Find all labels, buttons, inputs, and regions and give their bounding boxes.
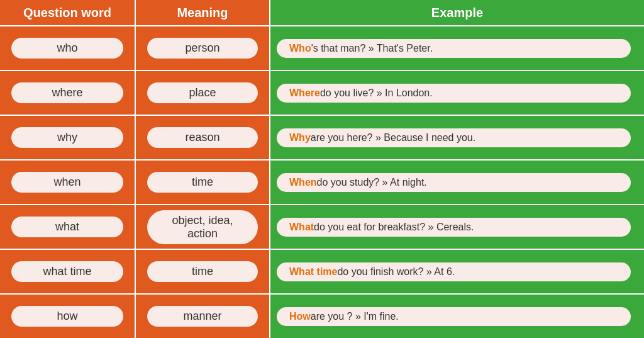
question-row: what time	[0, 250, 135, 295]
example-highlight: Why	[289, 132, 311, 144]
question-word-header: Question word	[0, 0, 135, 26]
question-row: why	[0, 116, 135, 161]
example-row: Who's that man? » That's Peter.	[270, 26, 644, 71]
question-word-header-label: Question word	[23, 6, 111, 20]
main-table: Question word whowherewhywhenwhatwhat ti…	[0, 0, 644, 338]
meaning-pill: reason	[147, 127, 258, 148]
meaning-row: place	[136, 71, 269, 116]
question-pill: who	[11, 38, 123, 59]
question-pill: how	[11, 306, 123, 327]
example-highlight: What time	[289, 266, 337, 278]
question-row: where	[0, 71, 135, 116]
example-row: What time do you finish work? » At 6.	[270, 250, 644, 295]
meaning-row: object, idea, action	[136, 205, 269, 250]
meaning-header: Meaning	[136, 0, 269, 26]
meaning-row: person	[136, 26, 269, 71]
meaning-row: time	[136, 250, 269, 295]
example-rows: Who's that man? » That's Peter.Where do …	[270, 26, 644, 338]
question-row: what	[0, 205, 135, 250]
example-row: Where do you live? » In London.	[270, 71, 644, 116]
example-text: do you live? » In London.	[320, 87, 433, 99]
question-row: who	[0, 26, 135, 71]
meaning-pill: object, idea, action	[147, 210, 258, 244]
meaning-row: manner	[136, 295, 269, 338]
question-word-column: Question word whowherewhywhenwhatwhat ti…	[0, 0, 135, 338]
meaning-pill: manner	[147, 306, 258, 327]
meaning-header-label: Meaning	[177, 6, 228, 20]
meaning-rows: personplacereasontimeobject, idea, actio…	[136, 26, 269, 338]
example-header-label: Example	[431, 6, 483, 20]
example-pill: Why are you here? » Because I need you.	[277, 128, 631, 147]
example-highlight: Where	[289, 87, 320, 99]
question-row: how	[0, 295, 135, 338]
meaning-pill: place	[147, 82, 258, 103]
example-text: do you eat for breakfast? » Cereals.	[314, 222, 474, 233]
example-row: How are you ? » I'm fine.	[270, 295, 644, 338]
question-row: when	[0, 161, 135, 205]
example-highlight: What	[289, 222, 314, 233]
example-text: are you ? » I'm fine.	[311, 311, 399, 322]
meaning-row: reason	[136, 116, 269, 161]
example-text: 's that man? » That's Peter.	[311, 43, 433, 54]
meaning-column: Meaning personplacereasontimeobject, ide…	[135, 0, 269, 338]
meaning-pill: time	[147, 172, 258, 193]
example-pill: What time do you finish work? » At 6.	[277, 262, 631, 281]
question-pill: when	[11, 172, 123, 193]
example-row: When do you study? » At night.	[270, 161, 644, 205]
example-pill: When do you study? » At night.	[277, 173, 631, 192]
example-pill: Where do you live? » In London.	[277, 84, 631, 103]
meaning-pill: time	[147, 261, 258, 282]
example-text: do you finish work? » At 6.	[337, 266, 455, 278]
example-highlight: How	[289, 311, 311, 322]
meaning-row: time	[136, 161, 269, 205]
example-text: are you here? » Because I need you.	[311, 132, 475, 144]
example-pill: How are you ? » I'm fine.	[277, 307, 631, 326]
example-pill: Who's that man? » That's Peter.	[277, 39, 631, 58]
example-row: What do you eat for breakfast? » Cereals…	[270, 205, 644, 250]
meaning-pill: person	[147, 38, 258, 59]
question-pill: what time	[11, 261, 123, 282]
question-word-rows: whowherewhywhenwhatwhat timehow	[0, 26, 135, 338]
example-highlight: Who	[289, 43, 311, 54]
example-column: Example Who's that man? » That's Peter.W…	[269, 0, 644, 338]
example-pill: What do you eat for breakfast? » Cereals…	[277, 218, 631, 237]
question-pill: why	[11, 127, 123, 148]
example-highlight: When	[289, 177, 317, 188]
question-pill: what	[11, 217, 123, 237]
question-pill: where	[11, 82, 123, 103]
example-header: Example	[270, 0, 644, 26]
example-row: Why are you here? » Because I need you.	[270, 116, 644, 161]
example-text: do you study? » At night.	[317, 177, 427, 188]
